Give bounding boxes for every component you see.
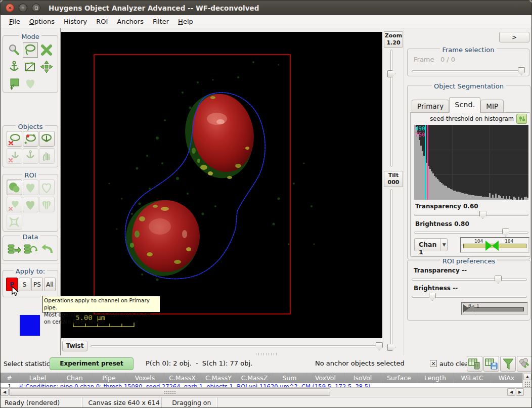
anchor-add-icon[interactable] (23, 148, 38, 164)
zoom-mode-icon[interactable] (7, 42, 22, 58)
menu-history[interactable]: History (59, 16, 92, 27)
roi-brightness-slider-handle[interactable] (429, 293, 436, 301)
menu-file[interactable]: File (5, 16, 25, 27)
data-refresh-icon[interactable] (23, 242, 38, 257)
transparency-slider[interactable] (414, 214, 528, 216)
delete-mode-icon[interactable] (39, 42, 54, 58)
column-voxvol[interactable]: VoxVol (307, 373, 344, 383)
channel-range-widget[interactable]: 104 104 (460, 237, 529, 253)
column-sum[interactable]: Sum (273, 373, 307, 383)
column-pipe[interactable]: Pipe (93, 373, 126, 383)
data-export-icon[interactable] (7, 242, 22, 257)
anchor-discard-icon[interactable] (7, 148, 22, 164)
move-mode-icon[interactable] (39, 59, 54, 74)
table-horizontal-scrollbar[interactable]: ◀ ◀ ▶ (1, 387, 532, 396)
scroll-left-icon[interactable]: ◀ (1, 388, 9, 396)
column-surface[interactable]: Surface (381, 373, 417, 383)
apply-to-ps-button[interactable]: PS (31, 278, 43, 291)
save-table-button[interactable] (483, 356, 499, 372)
maximize-icon[interactable] (32, 4, 40, 12)
tilt-slider-handle[interactable] (387, 344, 395, 351)
twist-button[interactable]: Twist (62, 341, 87, 351)
menu-help[interactable]: Help (173, 16, 198, 27)
roi-transparency-slider[interactable] (412, 279, 527, 281)
experiment-preset-button[interactable]: Experiment preset (50, 357, 134, 370)
scroll-up-icon[interactable]: ▲ (523, 374, 531, 380)
roi-heart-delete-icon[interactable] (7, 197, 22, 212)
roi-blob-icon[interactable] (7, 179, 22, 195)
heart-mode-icon[interactable] (23, 76, 38, 91)
roi-heart-solid-icon[interactable] (23, 197, 38, 212)
menu-roi[interactable]: ROI (92, 16, 112, 27)
filter-table-button[interactable] (500, 356, 516, 372)
roi-range-widget[interactable]: 0 1 (461, 302, 528, 315)
anchor-mode-icon[interactable] (7, 59, 22, 74)
data-undo-icon[interactable] (39, 242, 54, 257)
pin-settings-button[interactable] (517, 356, 532, 372)
menu-options[interactable]: Options (25, 16, 59, 27)
delete-table-button[interactable] (467, 356, 482, 372)
menu-filter[interactable]: Filter (148, 16, 173, 27)
roi-heart-outline-icon[interactable] (39, 179, 55, 195)
frame-slider-handle[interactable] (518, 67, 525, 75)
column-wiax[interactable]: WiAx (491, 373, 522, 383)
column-wilatc[interactable]: WiLatC (454, 373, 491, 383)
object-discard-icon[interactable] (7, 131, 22, 147)
channel-select[interactable]: Chan 1 ▼ (414, 238, 448, 251)
column-label[interactable]: Label (19, 373, 57, 383)
roi-heart-stripe-icon[interactable] (39, 197, 55, 212)
tab-scnd[interactable]: Scnd. (449, 97, 480, 113)
channel-color-swatch[interactable] (20, 315, 40, 336)
range-marker-left[interactable] (485, 241, 492, 251)
object-add-icon[interactable] (23, 131, 38, 147)
roi-heart-cross-icon[interactable] (7, 214, 22, 230)
menu-anchors[interactable]: Anchors (112, 16, 148, 27)
table-row[interactable]: 1 # Conditions: pipe 0 chan 0: thresh 15… (1, 383, 522, 387)
column-isovol[interactable]: IsoVol (344, 373, 381, 383)
threshold-marker-line[interactable] (427, 125, 428, 200)
seed-threshold-histogram[interactable]: 490 750 (414, 125, 528, 200)
range-marker-right[interactable] (492, 241, 499, 251)
column-chan[interactable]: Chan (57, 373, 93, 383)
hscroll-thumb[interactable] (9, 388, 330, 396)
table-vertical-scrollbar[interactable]: ▲ (522, 373, 532, 387)
apply-to-all-button[interactable]: All (44, 278, 56, 291)
twist-slider[interactable] (91, 345, 384, 347)
anchor-hand-icon[interactable] (39, 148, 55, 164)
tab-mip[interactable]: MIP (480, 100, 504, 113)
close-icon[interactable]: ✕ (6, 4, 14, 12)
zoom-slider-handle[interactable] (387, 70, 395, 77)
brightness-slider-handle[interactable] (502, 229, 509, 237)
brightness-slider[interactable] (414, 232, 528, 234)
tab-primary[interactable]: Primary (412, 100, 449, 113)
zoom-slider[interactable] (390, 50, 392, 167)
twist-slider-handle[interactable] (376, 342, 383, 350)
column-cmassy[interactable]: C.MassY (201, 373, 237, 383)
scroll-right-icon[interactable]: ▶ (516, 388, 524, 396)
expand-panel-button[interactable]: > (499, 32, 529, 42)
roi-range-marker-right[interactable] (469, 304, 474, 312)
transparency-slider-handle[interactable] (479, 211, 486, 219)
roi-heart-fill-icon[interactable] (23, 179, 38, 195)
render-canvas[interactable]: 5.00 µm (61, 32, 382, 338)
threshold-tool-icon[interactable] (516, 114, 527, 124)
column-cmassz[interactable]: C.MassZ (237, 373, 273, 383)
column-voxels[interactable]: Voxels (126, 373, 164, 383)
object-blob-lower[interactable] (132, 200, 200, 272)
flip-mode-icon[interactable] (23, 59, 38, 74)
statistics-table-header[interactable]: #LabelChanPipeVoxelsC.MassXC.MassYC.Mass… (1, 373, 522, 383)
apply-to-s-button[interactable]: S (19, 278, 30, 291)
auto-clean-checkbox[interactable]: ✕ (430, 360, 437, 367)
minimize-icon[interactable]: – (19, 4, 27, 12)
column-length[interactable]: Length (417, 373, 454, 383)
tilt-slider[interactable] (390, 189, 392, 350)
lasso-mode-icon[interactable] (23, 42, 38, 58)
roi-rectangle[interactable] (94, 55, 290, 314)
frame-slider[interactable] (412, 70, 525, 72)
roi-range-marker-left[interactable] (463, 304, 469, 312)
pan-mode-icon[interactable] (7, 76, 22, 91)
column-cmassx[interactable]: C.MassX (164, 373, 201, 383)
object-anchor-icon[interactable] (39, 131, 55, 147)
roi-transparency-slider-handle[interactable] (495, 276, 502, 284)
scroll-left2-icon[interactable]: ◀ (507, 388, 515, 396)
